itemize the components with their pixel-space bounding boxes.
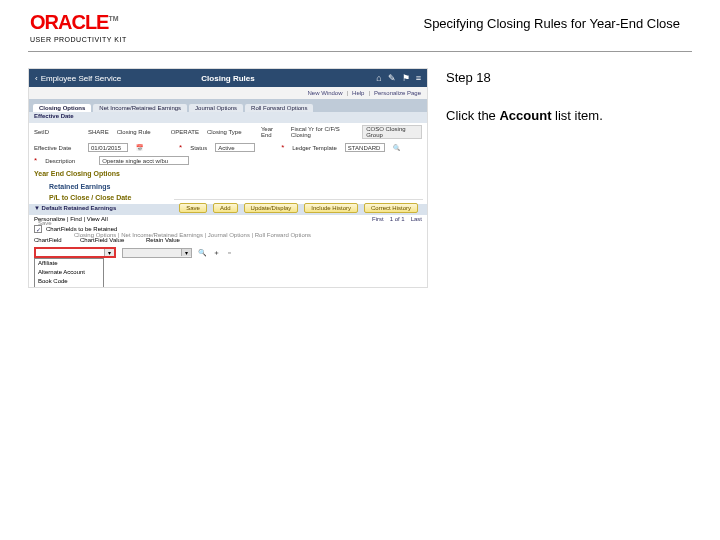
setid-label: SetID — [34, 129, 80, 135]
add-button[interactable]: Add — [213, 203, 238, 213]
app-title: Closing Rules — [201, 74, 254, 83]
oracle-logo: ORACLETM — [30, 12, 127, 32]
save-button[interactable]: Save — [179, 203, 207, 213]
setid-value: SHARE — [88, 129, 109, 135]
nav-count: 1 of 1 — [390, 216, 405, 222]
status-field[interactable]: Active — [215, 143, 255, 152]
section-effective-date: Effective Date — [29, 112, 427, 123]
footer-breadcrumb: Closing Options | Net Income/Retained Ea… — [69, 231, 316, 239]
logo-block: ORACLETM USER PRODUCTIVITY KIT — [30, 12, 127, 43]
include-history-button[interactable]: Include History — [304, 203, 358, 213]
chevron-down-icon[interactable]: ▾ — [104, 249, 114, 256]
link-personalize[interactable]: Personalize Page — [368, 90, 421, 96]
type-label: Closing Type — [207, 129, 253, 135]
page-title: Specifying Closing Rules for Year-End Cl… — [423, 16, 680, 31]
type-value: Year End — [261, 126, 283, 138]
step-label: Step 18 — [446, 68, 603, 88]
dropdown-item[interactable]: Book Code — [35, 277, 103, 286]
bottom-save: Save — [33, 219, 57, 227]
link-help[interactable]: Help — [347, 90, 365, 96]
app-screenshot: ‹ Employee Self Service Closing Rules ⌂ … — [28, 68, 428, 288]
cogo-label: Fiscal Yr for C/F/S Closing — [291, 126, 354, 138]
chartfield-label: ChartField — [34, 237, 74, 243]
effdate-label: Effective Date — [34, 145, 80, 151]
divider — [28, 51, 692, 52]
coso-badge[interactable]: COSO Closing Group — [362, 125, 422, 139]
wrench-icon[interactable]: ✎ — [388, 73, 396, 83]
nav-first[interactable]: First — [372, 216, 384, 222]
cf-value-field[interactable]: ▾ — [122, 248, 192, 258]
chartfield-dropdown[interactable]: ▾ AffiliateAlternate AccountBook CodeBud… — [34, 247, 116, 258]
product-name: USER PRODUCTIVITY KIT — [30, 36, 127, 43]
correct-history-button[interactable]: Correct History — [364, 203, 418, 213]
home-icon[interactable]: ⌂ — [376, 73, 381, 83]
chartfield-dropdown-list: AffiliateAlternate AccountBook CodeBudge… — [34, 258, 104, 288]
tm-text: TM — [108, 15, 118, 22]
update-display-button[interactable]: Update/Display — [244, 203, 299, 213]
tab-journal-options[interactable]: Journal Options — [189, 104, 243, 112]
app-tabs: Closing Options Net Income/Retained Earn… — [29, 99, 427, 112]
tab-closing-options[interactable]: Closing Options — [33, 104, 91, 112]
remove-row-icon[interactable]: － — [226, 248, 233, 258]
rule-value: OPERATE — [171, 129, 199, 135]
link-new-window[interactable]: New Window — [307, 90, 342, 96]
app-topbar: ‹ Employee Self Service Closing Rules ⌂ … — [29, 69, 427, 87]
flag-icon[interactable]: ⚑ — [402, 73, 410, 83]
dropdown-item[interactable]: Alternate Account — [35, 268, 103, 277]
instruction-text: Click the Account list item. — [446, 106, 603, 126]
status-label: Status — [190, 145, 207, 151]
tab-roll-forward[interactable]: Roll Forward Options — [245, 104, 313, 112]
add-row-icon[interactable]: ＋ — [213, 248, 220, 258]
dropdown-item[interactable]: Budget Reference — [35, 286, 103, 288]
desc-label: Description — [45, 158, 91, 164]
effdate-field[interactable]: 01/01/2015 — [88, 143, 128, 152]
menu-icon[interactable]: ≡ — [416, 73, 421, 83]
desc-field[interactable]: Operate single acct w/bu — [99, 156, 189, 165]
brand-text: ORACLE — [30, 11, 108, 33]
app-sublinks: New Window Help Personalize Page — [29, 87, 427, 99]
dropdown-item[interactable]: Affiliate — [35, 259, 103, 268]
section-ye-options: Year End Closing Options — [29, 167, 427, 180]
tab-net-income[interactable]: Net Income/Retained Earnings — [93, 104, 187, 112]
ledger-label: Ledger Template — [292, 145, 337, 151]
back-link[interactable]: ‹ Employee Self Service — [35, 74, 121, 83]
nav-last[interactable]: Last — [411, 216, 422, 222]
toolbar-buttons: Save Add Update/Display Include History … — [174, 199, 423, 216]
instruction-panel: Step 18 Click the Account list item. — [446, 68, 603, 288]
rule-label: Closing Rule — [117, 129, 163, 135]
ledger-field[interactable]: STANDARD — [345, 143, 385, 152]
lookup-icon[interactable]: 🔍 — [198, 249, 207, 257]
